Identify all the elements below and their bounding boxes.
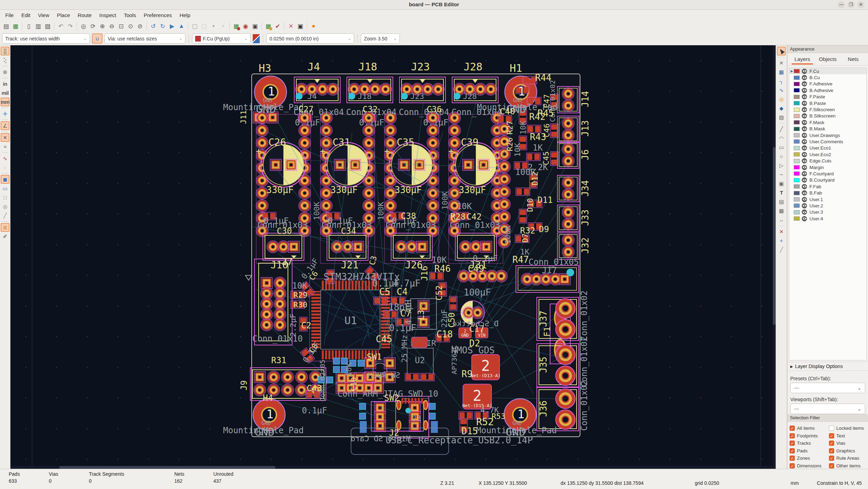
layer-color-swatch[interactable] (794, 165, 800, 169)
curved-ratsnest-icon[interactable]: ≈ (1, 142, 9, 151)
layer-row-user.4[interactable]: User.4 (789, 215, 866, 222)
layer-row-f.paste[interactable]: F.Paste (789, 94, 866, 100)
grid-override-icon[interactable]: ⢕ (1, 56, 9, 64)
filter-rule-areas[interactable]: ✓Rule Areas (829, 454, 868, 462)
local-ratsnest-icon[interactable]: ✕ (777, 59, 786, 67)
lock-icon[interactable]: ▪ (209, 22, 218, 31)
drc-icon[interactable]: ◉ (241, 22, 250, 31)
eye-icon[interactable] (802, 81, 807, 86)
pad-display-mode-icon[interactable]: ◌ (1, 163, 9, 172)
eye-icon[interactable] (802, 139, 807, 144)
filter-locked-items[interactable]: Locked items (829, 425, 868, 432)
show-ratsnest-icon[interactable]: ✕ (1, 133, 9, 142)
layer-color-swatch[interactable] (794, 197, 800, 201)
update-pcb-from-schematic-icon[interactable]: ▦ (231, 22, 241, 31)
filter-footprints[interactable]: ✓Footprints (790, 432, 829, 440)
grid-origin-icon[interactable]: ⌖ (777, 236, 786, 245)
via-sketch-icon[interactable]: ◎ (1, 202, 9, 211)
layer-color-swatch[interactable] (794, 146, 800, 150)
measure-icon[interactable]: ╱ (777, 245, 786, 254)
zoom-fit-icon[interactable]: ⊡ (116, 22, 126, 31)
add-footprint-icon[interactable]: ▦ (777, 68, 786, 76)
layer-color-swatch[interactable] (794, 178, 800, 182)
filter-other-items[interactable]: ✓Other items (829, 462, 868, 470)
layer-color-swatch[interactable] (794, 69, 800, 73)
layer-color-swatch[interactable] (794, 184, 800, 189)
add-via-icon[interactable]: ◎ (777, 95, 786, 104)
minimize-button[interactable]: — (838, 1, 845, 8)
eye-icon[interactable] (802, 94, 807, 99)
refresh-icon[interactable]: ⟳ (88, 22, 98, 31)
rotate-ccw-icon[interactable]: ↺ (149, 22, 158, 31)
redo-icon[interactable]: ↷ (66, 22, 75, 31)
layer-row-user.2[interactable]: User.2 (789, 203, 866, 209)
eye-icon[interactable] (802, 107, 807, 112)
menu-place[interactable]: Place (53, 10, 74, 20)
menu-file[interactable]: File (1, 10, 17, 20)
track-width-select[interactable]: Track: use netclass width ⌄ (2, 33, 90, 44)
net-inspector-icon[interactable]: ▣ (296, 22, 305, 31)
tab-objects[interactable]: Objects (815, 53, 840, 65)
zoom-in-icon[interactable]: ⊕ (98, 22, 107, 31)
auto-track-width-button[interactable]: ∪ (92, 33, 102, 44)
menu-preferences[interactable]: Preferences (140, 10, 176, 20)
layer-color-swatch[interactable] (794, 204, 800, 208)
checkbox[interactable]: ✓ (790, 448, 795, 453)
draw-rectangle-icon[interactable]: ▭ (777, 143, 786, 152)
checkbox[interactable] (829, 426, 834, 431)
add-text-icon[interactable]: T (777, 188, 786, 197)
layer-color-swatch[interactable] (794, 216, 800, 221)
track-display-mode-icon[interactable]: ∿ (1, 154, 9, 163)
ungroup-icon[interactable]: ▢ (199, 22, 209, 31)
filter-tracks[interactable]: ✓Tracks (790, 440, 829, 447)
layer-color-swatch[interactable] (794, 76, 800, 80)
page-settings-icon[interactable]: ▯ (24, 22, 33, 31)
eye-icon[interactable] (802, 190, 807, 196)
checkbox[interactable]: ✓ (829, 433, 834, 438)
add-dimension-icon[interactable]: ↔ (777, 215, 786, 224)
eye-icon[interactable] (802, 145, 807, 151)
eye-icon[interactable] (802, 203, 807, 208)
layer-row-b.mask[interactable]: B.Mask (789, 126, 866, 132)
route-tracks-icon[interactable]: ┐ (777, 77, 786, 85)
presets-select[interactable]: --- ⌄ (790, 383, 865, 393)
close-button[interactable]: ✕ (857, 1, 865, 8)
layer-color-swatch[interactable] (794, 82, 800, 86)
add-table-icon[interactable]: ▦ (777, 206, 786, 215)
board-setup-icon[interactable]: ▦ (11, 22, 20, 31)
zoom-select[interactable]: Zoom 3.50 ⌄ (361, 33, 400, 44)
checkbox[interactable]: ✓ (790, 441, 795, 446)
layer-color-swatch[interactable] (794, 108, 800, 112)
checkbox[interactable]: ✓ (829, 456, 834, 461)
add-textbox-icon[interactable]: ▤ (777, 197, 786, 206)
highlight-net-icon[interactable]: ✕ (286, 22, 296, 31)
zoom-selection-icon[interactable]: ⊙ (126, 22, 135, 31)
checkbox[interactable]: ✓ (829, 463, 834, 468)
checkbox[interactable]: ✓ (790, 463, 795, 468)
layer-color-swatch[interactable] (794, 210, 800, 214)
filter-pads[interactable]: ✓Pads (790, 447, 829, 455)
tune-length-icon[interactable]: ∿ (777, 86, 786, 94)
eye-icon[interactable] (802, 75, 807, 80)
plot-icon[interactable]: ▨ (43, 22, 52, 31)
pcb-canvas[interactable]: H3J4J18J23J28H1R44J4J18J23J28Conn_01x04C… (10, 45, 776, 469)
undo-icon[interactable]: ↶ (56, 22, 66, 31)
layer-color-swatch[interactable] (794, 127, 800, 131)
checkbox[interactable]: ✓ (829, 448, 834, 453)
layer-row-f.mask[interactable]: F.Mask (789, 119, 866, 125)
filter-graphics[interactable]: ✓Graphics (829, 447, 868, 455)
tab-nets[interactable]: Nets (840, 53, 866, 65)
draw-polygon-icon[interactable]: ▷ (777, 161, 786, 170)
eye-icon[interactable] (802, 209, 807, 215)
layer-color-swatch[interactable] (794, 114, 800, 118)
properties-panel-icon[interactable]: ✐ (1, 232, 9, 241)
checkbox[interactable]: ✓ (829, 441, 834, 446)
menu-help[interactable]: Help (176, 10, 194, 20)
tab-layers[interactable]: Layers (790, 53, 815, 65)
external-plugin-icon[interactable]: ● (309, 22, 318, 31)
cursor-full-crosshair-icon[interactable]: ✛ (1, 109, 9, 118)
grid-dots-icon[interactable]: ⣿ (1, 47, 9, 55)
layer-row-user.drawings[interactable]: User.Drawings (789, 132, 866, 138)
eye-icon[interactable] (802, 101, 807, 106)
zone-display-outline-icon[interactable]: ▭ (1, 184, 9, 193)
